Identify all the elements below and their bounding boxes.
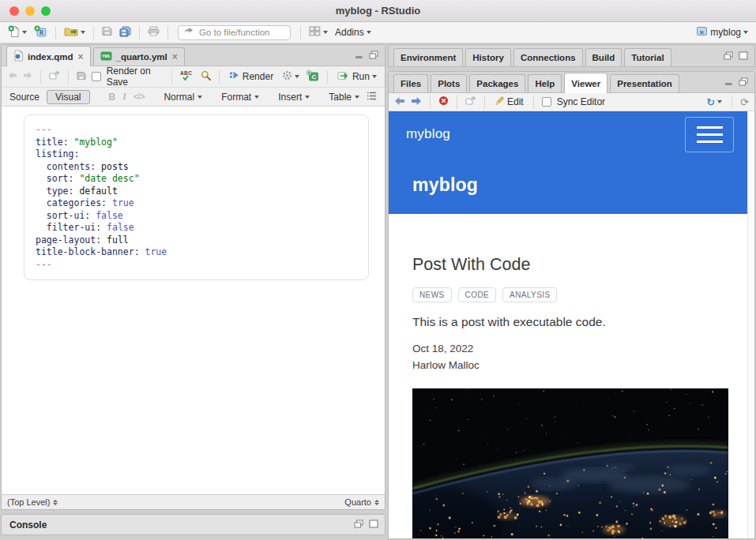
open-recent-caret <box>81 31 85 34</box>
post-author: Harlow Malloc <box>412 359 747 371</box>
sync-editor-checkbox[interactable] <box>542 97 551 107</box>
code-button[interactable]: </> <box>134 92 145 101</box>
tab-plots[interactable]: Plots <box>431 74 467 92</box>
minimize-window-button[interactable] <box>25 6 35 16</box>
quarto-document-icon <box>13 50 24 63</box>
edit-button[interactable]: Edit <box>493 95 525 109</box>
open-in-window-icon[interactable] <box>465 96 476 107</box>
refresh-icon[interactable]: ⟳ <box>740 97 749 107</box>
tab-presentation[interactable]: Presentation <box>610 74 679 92</box>
close-tab-icon[interactable]: × <box>78 52 84 62</box>
category-badge[interactable]: CODE <box>458 287 497 302</box>
tab-tutorial[interactable]: Tutorial <box>624 48 671 66</box>
open-in-window-icon[interactable] <box>49 71 60 82</box>
publish-button[interactable]: ↻ <box>705 96 724 108</box>
back-icon[interactable] <box>8 71 17 82</box>
tab-packages[interactable]: Packages <box>469 74 525 92</box>
tab-environment[interactable]: Environment <box>393 48 463 66</box>
save-button[interactable] <box>100 25 114 39</box>
panes-layout-caret <box>323 31 328 34</box>
save-all-button[interactable] <box>118 25 133 40</box>
insert-chunk-button[interactable]: C <box>307 70 319 84</box>
stop-icon[interactable] <box>438 96 449 108</box>
spellcheck-icon[interactable]: ABC <box>180 69 195 84</box>
source-mode-button[interactable]: Source <box>9 92 39 103</box>
category-badge[interactable]: NEWS <box>412 287 452 302</box>
tab-index-qmd[interactable]: index.qmd × <box>6 46 91 66</box>
pane-window-buttons <box>348 45 385 66</box>
hamburger-menu-button[interactable] <box>685 117 734 152</box>
insert-menu[interactable]: Insert <box>278 92 310 103</box>
tab-viewer[interactable]: Viewer <box>564 73 607 93</box>
render-options-button[interactable] <box>280 69 301 84</box>
tab-quarto-yml[interactable]: YML _quarto.yml × <box>93 47 185 66</box>
editor-canvas[interactable]: ---title: "myblog"listing: contents: pos… <box>2 107 385 494</box>
outline-toggle-icon[interactable] <box>367 92 377 103</box>
viewer-forward-icon[interactable] <box>411 96 422 108</box>
print-button[interactable] <box>146 25 161 39</box>
maximize-pane-icon[interactable] <box>739 75 748 89</box>
tab-files[interactable]: Files <box>393 74 428 92</box>
close-window-button[interactable] <box>9 6 19 16</box>
viewer-scrollbar[interactable] <box>747 111 754 538</box>
minimize-pane-icon[interactable] <box>355 48 363 62</box>
save-icon[interactable] <box>77 71 86 83</box>
goto-file-search[interactable] <box>178 25 291 40</box>
render-label: Render <box>243 71 273 82</box>
format-toolbar: Source Visual B I </> Normal Format <box>2 88 385 107</box>
tab-connections[interactable]: Connections <box>513 48 583 66</box>
site-navbar-brand[interactable]: myblog <box>406 126 450 142</box>
save-icon <box>102 26 112 39</box>
tab-label: index.qmd <box>28 52 73 62</box>
workspace: index.qmd × YML _quarto.yml × <box>0 43 756 540</box>
table-menu[interactable]: Table <box>329 92 359 103</box>
maximize-pane-icon[interactable] <box>369 48 378 62</box>
filetype-selector[interactable]: Quarto <box>344 497 379 507</box>
restore-pane-icon[interactable] <box>724 49 733 63</box>
open-file-button[interactable] <box>62 25 87 39</box>
tab-help[interactable]: Help <box>528 74 562 92</box>
toolbar-separator <box>40 70 41 84</box>
bold-button[interactable]: B <box>109 92 116 103</box>
panes-layout-button[interactable] <box>307 25 329 39</box>
minimize-pane-icon[interactable] <box>724 75 733 89</box>
maximize-pane-icon[interactable] <box>739 49 748 63</box>
titlebar: myblog - RStudio <box>0 0 756 22</box>
format-menu[interactable]: Format <box>221 92 259 103</box>
table-menu-label: Table <box>329 92 352 103</box>
render-button[interactable]: Render <box>228 70 275 83</box>
post-content: Post With Code NEWS CODE ANALYSIS This i… <box>389 214 747 538</box>
gear-icon <box>282 70 292 83</box>
project-menu-caret <box>743 31 748 34</box>
new-file-icon <box>8 25 20 40</box>
toolbar-separator <box>327 70 328 84</box>
save-all-icon <box>119 26 131 39</box>
paragraph-style-dropdown[interactable]: Normal <box>164 92 202 103</box>
viewer-back-icon[interactable] <box>394 96 405 108</box>
close-tab-icon[interactable]: × <box>172 52 178 62</box>
find-replace-icon[interactable] <box>201 70 211 83</box>
italic-button[interactable]: I <box>122 91 126 103</box>
new-file-button[interactable] <box>6 24 28 41</box>
zoom-window-button[interactable] <box>41 6 51 16</box>
new-project-button[interactable]: R <box>32 24 49 41</box>
svg-text:YML: YML <box>101 54 111 58</box>
editor-statusbar: (Top Level) Quarto <box>2 494 385 509</box>
visual-mode-button[interactable]: Visual <box>47 90 89 104</box>
tab-build[interactable]: Build <box>585 48 622 66</box>
post-category-badges: NEWS CODE ANALYSIS <box>412 287 747 302</box>
addins-button[interactable]: Addins <box>333 26 373 39</box>
project-menu-button[interactable]: R myblog <box>694 25 750 39</box>
viewer-body: myblog myblog Post With Code NEWS CODE A… <box>389 111 754 538</box>
scope-selector[interactable]: (Top Level) <box>7 497 58 507</box>
run-button[interactable]: Run <box>336 70 378 84</box>
print-icon <box>148 26 160 39</box>
category-badge[interactable]: ANALYSIS <box>502 287 557 302</box>
tab-history[interactable]: History <box>465 48 511 66</box>
forward-icon[interactable] <box>23 71 32 82</box>
yaml-metadata-block[interactable]: ---title: "myblog"listing: contents: pos… <box>24 114 369 280</box>
render-on-save-checkbox[interactable] <box>92 72 101 81</box>
restore-pane-icon[interactable] <box>354 519 363 531</box>
goto-file-input[interactable] <box>197 27 285 38</box>
maximize-pane-icon[interactable] <box>369 519 378 531</box>
